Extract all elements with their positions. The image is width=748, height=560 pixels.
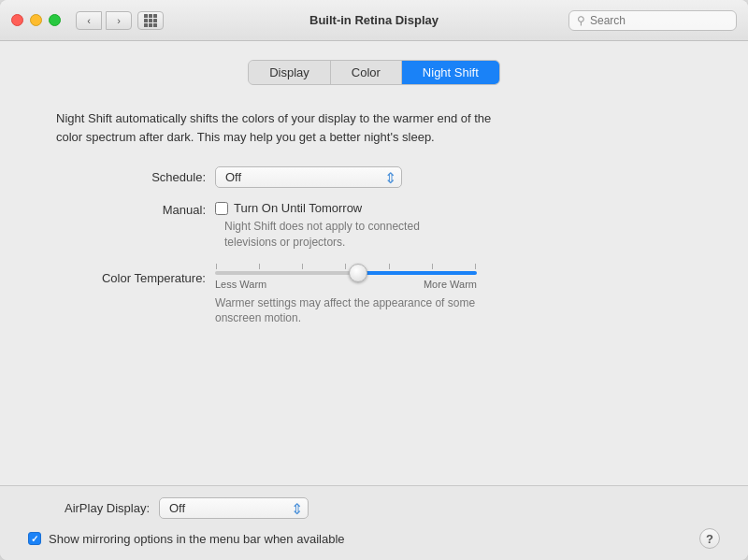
tabs-section: Display Color Night Shift [0, 41, 748, 100]
grid-icon [144, 14, 157, 27]
tab-color[interactable]: Color [331, 61, 402, 84]
traffic-lights [11, 14, 61, 26]
more-warm-label: More Warm [424, 279, 477, 290]
form-area: Schedule: Off Sunset to Sunrise Custom S… [56, 166, 692, 326]
less-warm-label: Less Warm [215, 279, 266, 290]
nav-buttons: ‹ › [76, 11, 132, 30]
tab-nightshift[interactable]: Night Shift [402, 61, 499, 84]
temperature-label: Color Temperature: [56, 264, 206, 285]
maximize-button[interactable] [49, 14, 61, 26]
close-button[interactable] [11, 14, 23, 26]
mirroring-label: Show mirroring options in the menu bar w… [49, 532, 345, 546]
mirroring-row: Show mirroring options in the menu bar w… [28, 528, 720, 549]
search-bar[interactable]: ⚲ [568, 10, 737, 31]
mirroring-checkbox[interactable] [28, 532, 41, 545]
manual-row: Manual: Turn On Until Tomorrow Night Shi… [56, 201, 692, 251]
schedule-select[interactable]: Off Sunset to Sunrise Custom Schedule [215, 166, 402, 188]
manual-checkbox-row: Turn On Until Tomorrow [215, 201, 430, 215]
description-text: Night Shift automatically shifts the col… [56, 109, 692, 146]
manual-checkbox[interactable] [215, 202, 228, 215]
main-window: ‹ › Built-in Retina Display ⚲ Display Co… [0, 0, 748, 560]
slider-labels: Less Warm More Warm [215, 279, 477, 290]
manual-content: Turn On Until Tomorrow Night Shift does … [215, 201, 430, 251]
schedule-select-wrapper: Off Sunset to Sunrise Custom Schedule ⇕ [215, 166, 402, 188]
search-icon: ⚲ [577, 14, 585, 27]
minimize-button[interactable] [30, 14, 42, 26]
window-title: Built-in Retina Display [309, 13, 439, 27]
schedule-label: Schedule: [56, 170, 206, 184]
airplay-row: AirPlay Display: Off ⇕ [28, 497, 720, 519]
airplay-select[interactable]: Off [159, 497, 309, 519]
tab-display[interactable]: Display [249, 61, 331, 84]
bottom-section: AirPlay Display: Off ⇕ Show mirroring op… [0, 485, 748, 560]
manual-checkbox-label: Turn On Until Tomorrow [234, 201, 362, 215]
manual-label: Manual: [56, 201, 206, 217]
back-button[interactable]: ‹ [76, 11, 102, 30]
slider-note: Warmer settings may affect the appearanc… [215, 295, 477, 327]
help-button[interactable]: ? [699, 528, 720, 549]
search-input[interactable] [590, 14, 721, 27]
manual-note: Night Shift does not apply to connected … [224, 219, 430, 251]
forward-button[interactable]: › [106, 11, 132, 30]
tabs-container: Display Color Night Shift [248, 60, 500, 85]
airplay-label: AirPlay Display: [28, 501, 150, 515]
titlebar: ‹ › Built-in Retina Display ⚲ [0, 0, 748, 41]
schedule-row: Schedule: Off Sunset to Sunrise Custom S… [56, 166, 692, 188]
nightshift-content: Night Shift automatically shifts the col… [0, 100, 748, 485]
grid-button[interactable] [137, 11, 164, 30]
airplay-select-wrapper: Off ⇕ [159, 497, 309, 519]
slider-container: Less Warm More Warm Warmer settings may … [215, 264, 477, 327]
content-area: Display Color Night Shift Night Shift au… [0, 41, 748, 560]
temperature-slider[interactable] [215, 271, 477, 275]
temperature-row: Color Temperature: [56, 264, 692, 327]
